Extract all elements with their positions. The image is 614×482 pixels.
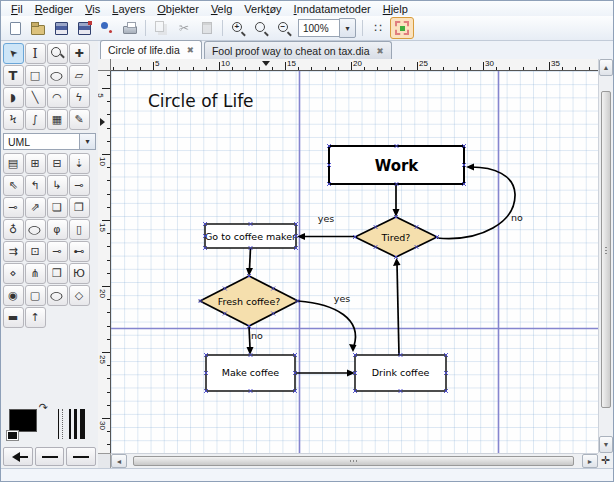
tool-modify[interactable]: ➤ [3, 43, 24, 64]
tool-text[interactable]: T [3, 65, 24, 86]
uml-class[interactable]: ▤ [3, 153, 24, 174]
arrow-end-style-button[interactable] [66, 447, 96, 466]
tool-image[interactable]: ▦ [47, 109, 68, 130]
open-file-button[interactable] [27, 18, 49, 38]
tool-zigzagline[interactable]: ϟ [69, 87, 90, 108]
uml-connector[interactable]: ⋄ [3, 263, 24, 284]
tool-ellipse[interactable]: ○ [47, 65, 68, 86]
vertical-scroll-track[interactable] [601, 77, 611, 435]
uml-package[interactable]: ❏ [47, 197, 68, 218]
uml-interface[interactable]: ⊸ [3, 197, 24, 218]
scroll-down-icon[interactable]: ▼ [599, 436, 613, 453]
line-width-2[interactable] [69, 409, 71, 439]
menu-item-vis[interactable]: Vis [79, 3, 106, 15]
uml-realizes[interactable]: ⇖ [3, 175, 24, 196]
chevron-down-icon[interactable]: ▾ [79, 133, 96, 150]
horizontal-scroll-thumb[interactable] [133, 456, 574, 466]
background-color[interactable] [6, 430, 19, 441]
new-file-button[interactable] [4, 18, 26, 38]
tool-arc[interactable]: ◠ [47, 87, 68, 108]
uml-actor[interactable]: ♁ [3, 219, 24, 240]
uml-initial-state[interactable]: ◉ [3, 285, 24, 306]
scroll-up-icon[interactable]: ▲ [599, 59, 613, 76]
line-width-4[interactable] [80, 409, 85, 439]
uml-component[interactable]: ⊡ [25, 241, 46, 262]
menu-item-rediger[interactable]: Rediger [29, 3, 80, 15]
scroll-right-icon[interactable]: ► [582, 454, 598, 468]
tool-beziergon[interactable]: ◗ [3, 87, 24, 108]
horizontal-scrollbar[interactable]: ◄ ► [111, 453, 598, 468]
uml-note[interactable]: ⊟ [47, 153, 68, 174]
scroll-left-icon[interactable]: ◄ [111, 454, 127, 468]
grid-toggle-button[interactable]: ∷ [367, 18, 389, 38]
sheet-value[interactable]: UML [3, 133, 79, 150]
tab-circle-of-life[interactable]: Circle of life.dia✖ [100, 40, 202, 59]
menu-item-layers[interactable]: Layers [106, 3, 151, 15]
menu-item-verktoy[interactable]: Verktøy [238, 3, 287, 15]
zoom-level-value[interactable]: 100% [298, 19, 339, 37]
tool-textedit[interactable]: I [25, 43, 46, 64]
uml-connection[interactable]: Ю [69, 263, 90, 284]
menu-item-velg[interactable]: Velg [205, 3, 238, 15]
zoom-original-button[interactable] [250, 18, 272, 38]
tool-line[interactable]: ╲ [25, 87, 46, 108]
uml-usecase[interactable]: ○ [25, 219, 46, 240]
vertical-scroll-thumb[interactable] [601, 91, 611, 408]
menu-item-hjelp[interactable]: Hjelp [377, 3, 414, 15]
tool-polygon[interactable]: ▱ [69, 65, 90, 86]
uml-required-interface[interactable]: ⊷ [69, 241, 90, 262]
foreground-color[interactable] [9, 409, 37, 432]
uml-object[interactable]: ▯ [69, 219, 90, 240]
uml-provided-interface[interactable]: ⊸ [47, 241, 68, 262]
close-icon[interactable]: ✖ [377, 46, 384, 56]
save-as-button[interactable] [73, 18, 95, 38]
tool-magnify[interactable] [47, 43, 68, 64]
uml-activity[interactable]: ○ [47, 285, 68, 306]
tool-bezierline[interactable]: ∫ [25, 109, 46, 130]
vertical-scrollbar[interactable]: ▲ ▼ [598, 59, 613, 453]
line-width-1[interactable] [58, 409, 59, 439]
tool-outline[interactable]: ✎ [69, 109, 90, 130]
line-style-button[interactable] [35, 447, 65, 466]
line-width-selector[interactable] [58, 407, 85, 441]
color-swatch[interactable]: ↷ [6, 403, 50, 441]
uml-message-arrow[interactable]: ⇉ [3, 241, 24, 262]
chevron-down-icon[interactable]: ▾ [339, 18, 356, 38]
uml-association[interactable]: ↳ [47, 175, 68, 196]
swap-colors-icon[interactable]: ↷ [39, 401, 48, 414]
uml-generalization[interactable]: ↰ [25, 175, 46, 196]
tool-polyline[interactable]: Ϟ [3, 109, 24, 130]
uml-large-package[interactable]: ❐ [69, 197, 90, 218]
diagram-canvas[interactable]: Circle of Life [111, 71, 598, 453]
uml-fork-join-bar[interactable]: ▬ [3, 307, 24, 328]
uml-fork[interactable]: ⋔ [25, 263, 46, 284]
diagram-title[interactable]: Circle of Life [148, 91, 254, 111]
save-button[interactable] [50, 18, 72, 38]
uml-message[interactable]: ⇗ [25, 197, 46, 218]
zoom-out-button[interactable]: − [273, 18, 295, 38]
tool-box[interactable]: □ [25, 65, 46, 86]
uml-node[interactable]: ❒ [47, 263, 68, 284]
menu-item-objekter[interactable]: Objekter [151, 3, 205, 15]
print-button[interactable] [119, 18, 141, 38]
pan-icon[interactable]: ✛ [598, 453, 613, 468]
uml-lifeline[interactable]: φ [47, 219, 68, 240]
uml-branch[interactable]: ◇ [69, 285, 90, 306]
export-button[interactable] [96, 18, 118, 38]
zoom-in-button[interactable]: + [227, 18, 249, 38]
menu-item-inndatametoder[interactable]: Inndatametoder [288, 3, 377, 15]
uml-state[interactable]: ▢ [25, 285, 46, 306]
tool-scroll[interactable]: ✚ [69, 43, 90, 64]
uml-aggregation[interactable]: ⊸ [69, 175, 90, 196]
uml-flow[interactable]: ↑ [25, 307, 46, 328]
snap-to-objects-button[interactable] [390, 17, 414, 39]
horizontal-scroll-track[interactable] [128, 456, 581, 466]
arrow-start-style-button[interactable] [3, 447, 33, 466]
zoom-level-select[interactable]: 100%▾ [298, 19, 356, 37]
close-icon[interactable]: ✖ [187, 45, 194, 55]
line-width-3[interactable] [74, 409, 77, 439]
tab-tax-cheat[interactable]: Fool proof way to cheat on tax.dia✖ [204, 41, 392, 59]
uml-template-class[interactable]: ⊞ [25, 153, 46, 174]
sheet-selector[interactable]: UML ▾ [3, 133, 96, 150]
uml-dependency[interactable]: ⇣ [69, 153, 90, 174]
